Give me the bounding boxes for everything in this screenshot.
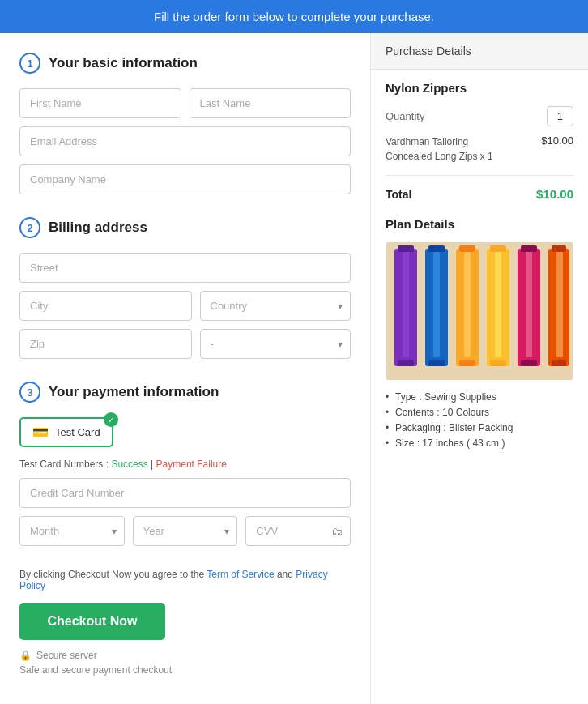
svg-rect-10: [459, 245, 475, 252]
product-price: $10.00: [541, 134, 573, 147]
section-basic-info: 1 Your basic information: [19, 53, 351, 194]
svg-rect-19: [521, 360, 537, 366]
checkout-button[interactable]: Checkout Now: [19, 603, 165, 640]
section3-header: 3 Your payment information: [19, 382, 351, 403]
svg-rect-3: [398, 360, 414, 366]
email-row: [19, 126, 351, 156]
year-select[interactable]: Year 202420252026 202720282029: [133, 516, 238, 546]
card-option-label: Test Card: [55, 426, 100, 438]
svg-rect-4: [403, 252, 409, 357]
terms-text: By clicking Checkout Now you agree to th…: [19, 569, 351, 591]
street-input[interactable]: [19, 253, 351, 283]
credit-card-icon: 💳: [32, 425, 49, 440]
product-desc: Vardhman Tailoring Concealed Long Zips x…: [386, 134, 493, 164]
spec-item: Type : Sewing Supplies: [386, 391, 573, 403]
month-wrapper: Month 010203 040506 070809 101112: [19, 516, 125, 546]
street-row: [19, 253, 351, 283]
card-check-icon: ✓: [104, 412, 118, 427]
zipper-svg: [386, 242, 573, 380]
section1-title: Your basic information: [49, 55, 198, 71]
section1-number: 1: [19, 53, 40, 74]
svg-rect-7: [428, 360, 445, 366]
section2-number: 2: [19, 217, 40, 238]
svg-rect-2: [398, 245, 414, 252]
terms-and: and: [277, 569, 296, 580]
product-row: Vardhman Tailoring Concealed Long Zips x…: [386, 134, 573, 176]
terms-of-service-link[interactable]: Term of Service: [207, 569, 274, 580]
total-row: Total $10.00: [386, 187, 573, 201]
svg-rect-23: [552, 360, 566, 366]
product-specs: Type : Sewing SuppliesContents : 10 Colo…: [386, 391, 573, 449]
qty-row: Quantity 1: [386, 106, 573, 126]
country-select[interactable]: Country: [200, 291, 352, 321]
card-option[interactable]: 💳 Test Card ✓: [19, 417, 113, 447]
year-wrapper: Year 202420252026 202720282029: [133, 516, 238, 546]
svg-rect-18: [521, 245, 537, 252]
zipper-image: [386, 242, 573, 380]
svg-rect-22: [552, 245, 566, 252]
test-card-failure-link[interactable]: Payment Failure: [156, 459, 227, 470]
plan-details-section: Plan Details: [371, 217, 588, 449]
secure-label: Secure server: [36, 650, 97, 661]
right-panel: Purchase Details Nylon Zippers Quantity …: [371, 33, 588, 704]
email-input[interactable]: [19, 126, 351, 156]
country-wrapper: Country: [200, 291, 352, 321]
cc-row: [19, 478, 351, 508]
svg-rect-16: [495, 252, 501, 357]
section2-header: 2 Billing address: [19, 217, 351, 238]
product-desc-line2: Concealed Long Zips x 1: [386, 151, 493, 162]
purchase-details-body: Nylon Zippers Quantity 1 Vardhman Tailor…: [371, 81, 588, 201]
spec-item: Packaging : Blister Packing: [386, 422, 573, 433]
purchase-details-header: Purchase Details: [371, 33, 588, 70]
spec-item: Size : 17 inches ( 43 cm ): [386, 437, 573, 449]
svg-rect-14: [490, 245, 506, 252]
svg-rect-11: [459, 360, 475, 366]
svg-rect-12: [464, 252, 471, 357]
test-card-success-link[interactable]: Success: [111, 459, 147, 470]
cc-input[interactable]: [19, 478, 351, 508]
section-payment: 3 Your payment information 💳 Test Card ✓…: [19, 382, 351, 546]
spec-item: Contents : 10 Colours: [386, 407, 573, 418]
city-country-row: Country: [19, 291, 351, 321]
cvv-wrapper: 🗂: [245, 516, 351, 546]
zip-state-row: -: [19, 329, 351, 359]
cvv-card-icon: 🗂: [331, 525, 343, 538]
state-select[interactable]: -: [200, 329, 352, 359]
section3-number: 3: [19, 382, 40, 403]
section2-title: Billing address: [49, 220, 147, 236]
first-name-input[interactable]: [19, 88, 181, 118]
section1-header: 1 Your basic information: [19, 53, 351, 74]
month-select[interactable]: Month 010203 040506 070809 101112: [19, 516, 125, 546]
qty-label: Quantity: [386, 110, 424, 122]
section3-title: Your payment information: [49, 384, 219, 400]
product-desc-line1: Vardhman Tailoring: [386, 136, 468, 147]
top-banner: Fill the order form below to complete yo…: [0, 0, 588, 33]
terms-prefix: By clicking Checkout Now you agree to th…: [19, 569, 207, 580]
safe-text: Safe and secure payment checkout.: [19, 664, 351, 676]
svg-rect-8: [433, 252, 440, 357]
city-input[interactable]: [19, 291, 192, 321]
name-row: [19, 88, 351, 118]
secure-row: 🔒 Secure server: [19, 650, 351, 661]
banner-text: Fill the order form below to complete yo…: [154, 10, 434, 23]
state-wrapper: -: [200, 329, 352, 359]
qty-value: 1: [547, 106, 573, 126]
zip-input[interactable]: [19, 329, 192, 359]
total-price: $10.00: [536, 187, 573, 201]
svg-rect-15: [490, 360, 506, 366]
test-card-label: Test Card Numbers :: [19, 459, 109, 470]
cvv-row: Month 010203 040506 070809 101112 Year 2…: [19, 516, 351, 546]
company-row: [19, 164, 351, 194]
company-input[interactable]: [19, 164, 351, 194]
test-card-notice: Test Card Numbers : Success | Payment Fa…: [19, 459, 351, 470]
total-label: Total: [386, 188, 411, 201]
svg-rect-20: [526, 252, 532, 357]
last-name-input[interactable]: [190, 88, 352, 118]
lock-icon: 🔒: [19, 650, 32, 661]
svg-rect-6: [428, 245, 445, 252]
svg-rect-24: [556, 252, 563, 357]
plan-details-title: Plan Details: [386, 217, 573, 231]
product-name: Nylon Zippers: [386, 81, 573, 95]
section-billing: 2 Billing address Country: [19, 217, 351, 359]
left-panel: 1 Your basic information 2 Billi: [0, 33, 371, 704]
